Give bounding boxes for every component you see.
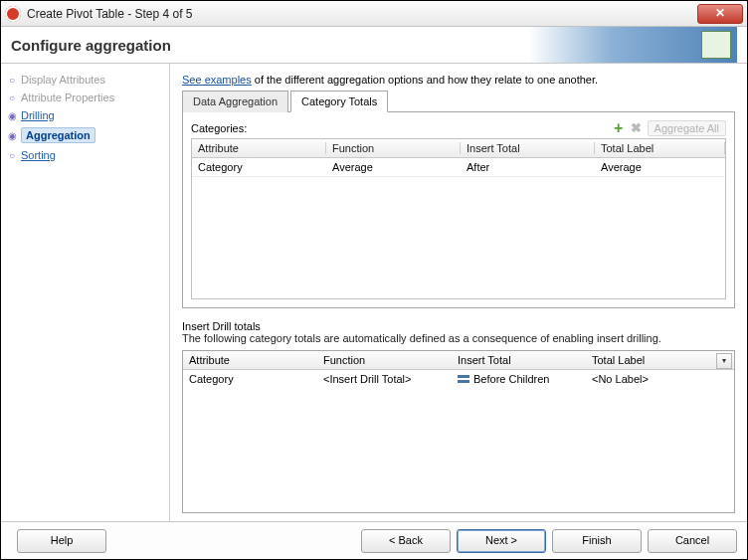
cell-function[interactable]: Average [326, 161, 461, 173]
cell-total-label[interactable]: Average [595, 161, 725, 173]
insert-drill-title: Insert Drill totals [182, 320, 735, 332]
insert-drill-subtitle: The following category totals are automa… [182, 332, 735, 344]
insert-drill-table[interactable]: Attribute Function Insert Total Total La… [183, 351, 734, 512]
intro-text: See examples of the different aggregatio… [182, 74, 735, 86]
header: Configure aggregation [1, 27, 747, 64]
page-title: Configure aggregation [11, 37, 528, 54]
step-dot-icon: ◉ [7, 130, 17, 141]
tab-data-aggregation[interactable]: Data Aggregation [182, 91, 288, 112]
titlebar: Create Pivot Table - Step 4 of 5 ✕ [1, 1, 747, 27]
wizard-step-attribute-properties[interactable]: ○ Attribute Properties [5, 90, 165, 105]
help-button[interactable]: Help [17, 529, 106, 553]
add-icon[interactable]: + [612, 121, 626, 135]
aggregation-tabs: Data Aggregation Category Totals [182, 90, 735, 112]
app-icon [5, 6, 21, 22]
col-function[interactable]: Function [326, 142, 461, 154]
step-dot-icon: ○ [7, 150, 17, 161]
chevron-down-icon[interactable]: ▾ [716, 353, 732, 369]
table-header-row: Attribute Function Insert Total Total La… [183, 351, 734, 370]
cell-total-label: <No Label> [586, 373, 734, 385]
col-function[interactable]: Function [317, 354, 452, 366]
cell-attribute: Category [183, 373, 317, 385]
tab-category-totals[interactable]: Category Totals [290, 91, 388, 112]
col-insert-total[interactable]: Insert Total [452, 354, 586, 366]
col-attribute[interactable]: Attribute [192, 142, 326, 154]
wizard-step-sorting[interactable]: ○ Sorting [5, 147, 165, 163]
wizard-step-label: Sorting [21, 149, 56, 161]
wizard-step-aggregation[interactable]: ◉ Aggregation [5, 125, 165, 145]
delete-icon: ✖ [630, 121, 644, 135]
wizard-step-label: Display Attributes [21, 74, 105, 86]
wizard-step-drilling[interactable]: ◉ Drilling [5, 107, 165, 123]
step-dot-icon: ○ [7, 75, 17, 86]
table-header-row: Attribute Function Insert Total Total La… [192, 139, 725, 158]
next-button[interactable]: Next > [457, 529, 546, 553]
cell-attribute[interactable]: Category [192, 161, 326, 173]
wizard-step-label: Aggregation [21, 127, 95, 143]
header-decoration [528, 27, 737, 63]
cell-insert-total[interactable]: After [461, 161, 595, 173]
step-dot-icon: ○ [7, 93, 17, 103]
insert-drill-panel: Attribute Function Insert Total Total La… [182, 350, 735, 513]
table-row[interactable]: Category Average After Average [192, 158, 725, 177]
pivot-table-icon [701, 31, 731, 59]
col-insert-total[interactable]: Insert Total [461, 142, 595, 154]
wizard-step-label: Attribute Properties [21, 92, 114, 103]
table-row[interactable]: Category <Insert Drill Total> Before Chi… [183, 370, 734, 388]
finish-button[interactable]: Finish [552, 529, 642, 553]
categories-table[interactable]: Attribute Function Insert Total Total La… [191, 138, 726, 299]
wizard-steps-sidebar: ○ Display Attributes ○ Attribute Propert… [1, 64, 170, 521]
categories-panel: Categories: + ✖ Aggregate All Attribute … [182, 112, 735, 308]
main-area: ○ Display Attributes ○ Attribute Propert… [1, 64, 747, 521]
step-dot-icon: ◉ [7, 110, 17, 121]
see-examples-link[interactable]: See examples [182, 74, 252, 86]
cell-insert-total: Before Children [452, 373, 586, 385]
aggregate-all-button: Aggregate All [648, 120, 726, 136]
content-area: See examples of the different aggregatio… [170, 64, 747, 521]
cell-function: <Insert Drill Total> [317, 373, 452, 385]
back-button[interactable]: < Back [361, 529, 451, 553]
window-title: Create Pivot Table - Step 4 of 5 [27, 7, 697, 21]
button-bar: Help < Back Next > Finish Cancel [1, 521, 747, 559]
col-total-label[interactable]: Total Label [586, 354, 734, 366]
close-button[interactable]: ✕ [697, 4, 743, 24]
categories-header: Categories: + ✖ Aggregate All [191, 120, 726, 136]
intro-rest: of the different aggregation options and… [252, 74, 598, 86]
insert-total-icon [458, 375, 469, 385]
wizard-step-label: Drilling [21, 109, 55, 121]
dialog-window: Create Pivot Table - Step 4 of 5 ✕ Confi… [0, 0, 748, 560]
col-attribute[interactable]: Attribute [183, 354, 317, 366]
col-total-label[interactable]: Total Label [595, 142, 725, 154]
categories-label: Categories: [191, 122, 612, 134]
cancel-button[interactable]: Cancel [648, 529, 737, 553]
wizard-step-display-attributes[interactable]: ○ Display Attributes [5, 72, 165, 88]
cell-insert-total-text: Before Children [473, 373, 549, 385]
